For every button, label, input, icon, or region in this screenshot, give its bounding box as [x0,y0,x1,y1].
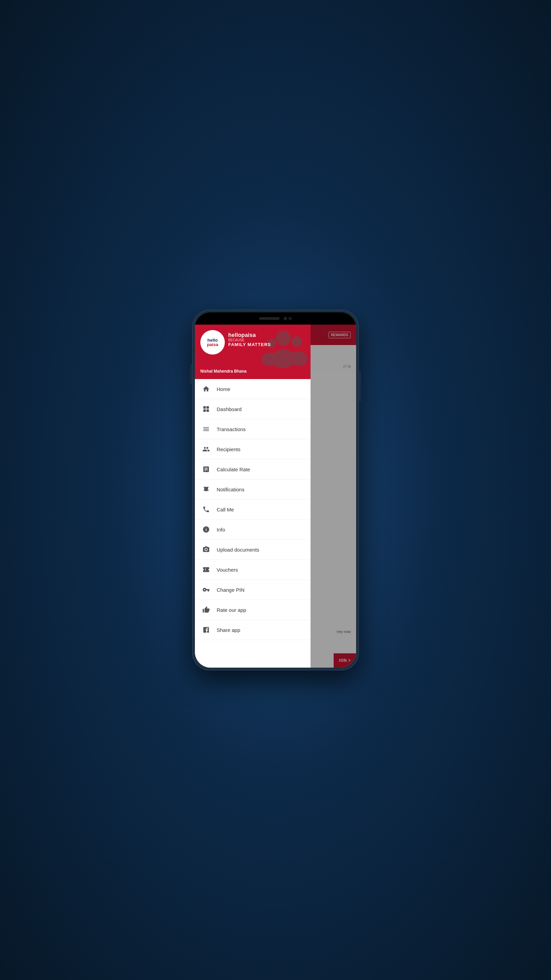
calculator-icon [202,465,211,474]
phone-notch [195,312,356,325]
svg-point-2 [292,336,302,347]
svg-point-0 [276,331,291,346]
menu-item-home[interactable]: Home [195,379,311,399]
menu-label-rate-app: Rate our app [217,607,246,613]
menu-item-recipients[interactable]: Recipients [195,439,311,460]
menu-label-change-pin: Change PIN [217,587,245,593]
side-drawer: hello paisa hellopaisa BECAUSE FAMILY MA… [195,325,311,668]
dashboard-icon [202,404,211,414]
brand-because: BECAUSE [228,338,271,342]
menu-item-vouchers[interactable]: Vouchers [195,560,311,580]
camera-icon [202,545,211,554]
menu-item-transactions[interactable]: Transactions [195,419,311,439]
thumbsup-icon [202,605,211,614]
home-icon [202,385,211,393]
speaker [259,317,279,320]
drawer-username: Nishal Mahendra Bhana [200,369,305,374]
vouchers-icon [202,565,211,574]
menu-item-rate-app[interactable]: Rate our app [195,600,311,620]
drawer-header: hello paisa hellopaisa BECAUSE FAMILY MA… [195,325,311,379]
drawer-brand: hellopaisa BECAUSE FAMILY MATTERS [228,332,271,347]
menu-label-info: Info [217,527,225,533]
recipients-icon [202,445,211,453]
menu-label-upload-documents: Upload documents [217,547,259,553]
svg-point-5 [262,353,278,366]
menu-item-call-me[interactable]: Call Me [195,500,311,520]
screen-area: Bhana REWARDS ur sending limit R5,000 27… [195,325,356,668]
info-icon [202,525,211,534]
menu-label-call-me: Call Me [217,507,234,512]
menu-label-notifications: Notifications [217,487,245,492]
notifications-icon [202,485,211,494]
menu-item-dashboard[interactable]: Dashboard [195,399,311,419]
menu-label-calculate-rate: Calculate Rate [217,466,250,472]
key-icon [202,585,211,594]
svg-point-3 [290,351,308,366]
facebook-icon [202,625,211,634]
menu-item-upload-documents[interactable]: Upload documents [195,540,311,560]
menu-item-info[interactable]: Info [195,520,311,540]
menu-item-share-app[interactable]: Share app [195,620,311,640]
menu-label-vouchers: Vouchers [217,567,238,573]
menu-label-home: Home [217,386,230,392]
menu-label-transactions: Transactions [217,426,246,432]
menu-label-recipients: Recipients [217,447,240,452]
menu-item-calculate-rate[interactable]: Calculate Rate [195,460,311,479]
brand-tagline: FAMILY MATTERS [228,342,271,347]
phone-screen: Bhana REWARDS ur sending limit R5,000 27… [195,312,356,668]
phone-device: Bhana REWARDS ur sending limit R5,000 27… [192,310,359,670]
brand-name: hellopaisa [228,332,271,338]
menu-label-share-app: Share app [217,627,240,633]
camera-front-2 [288,317,292,320]
menu-item-change-pin[interactable]: Change PIN [195,580,311,600]
app-logo: hello paisa [200,330,225,355]
camera-front [284,317,287,320]
menu-list: Home Dashboard [195,379,311,668]
phone-icon [202,505,211,514]
menu-item-notifications[interactable]: Notifications [195,479,311,500]
logo-paisa: paisa [207,342,218,347]
menu-label-dashboard: Dashboard [217,406,241,412]
transactions-icon [202,425,211,434]
